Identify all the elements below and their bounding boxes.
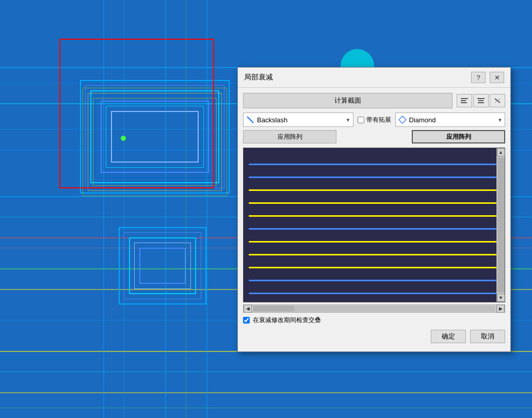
cancel-button[interactable]: 取消: [470, 330, 505, 343]
apply-left-group: 应用阵列: [243, 130, 336, 143]
chart-line-7: [249, 254, 505, 255]
apply-array-left-button[interactable]: 应用阵列: [243, 130, 336, 143]
chart-line-5: [249, 228, 505, 230]
chart-line-10: [249, 293, 505, 294]
scroll-left-arrow[interactable]: ◀: [244, 304, 252, 313]
align-center-icon: [476, 96, 486, 105]
ok-cancel-row: 确定 取消: [243, 330, 505, 346]
overlap-check-checkbox[interactable]: [243, 317, 250, 324]
diamond-label: Diamond: [409, 116, 498, 124]
align-left-icon-btn[interactable]: [457, 94, 472, 107]
align-right-icon: [493, 96, 502, 105]
align-center-icon-btn[interactable]: [473, 94, 489, 107]
bottom-checkbox-row: 在衰减修改期间检查交叠: [243, 316, 505, 325]
title-action-buttons: ? ✕: [471, 72, 504, 83]
scroll-up-arrow[interactable]: ▲: [497, 148, 505, 156]
chart-scrollbar-vertical[interactable]: ▲ ▼: [496, 148, 505, 302]
diamond-dropdown-icon: [398, 115, 407, 124]
dialog-title: 局部衰减: [244, 73, 273, 82]
toolbar-row: 计算截面: [243, 93, 505, 108]
chart-line-1: [249, 176, 505, 178]
svg-line-8: [247, 117, 253, 123]
scroll-track-h: [253, 306, 495, 312]
apply-array-right-button[interactable]: 应用阵列: [412, 130, 505, 143]
chart-scrollbar-horizontal[interactable]: ◀ ▶: [243, 304, 505, 313]
chart-line-3: [249, 202, 505, 204]
svg-rect-3: [477, 98, 485, 99]
has-extension-checkbox[interactable]: [358, 117, 364, 123]
diamond-dropdown[interactable]: Diamond ▼: [395, 112, 506, 127]
chart-line-6: [249, 241, 505, 243]
align-right-icon-btn[interactable]: [490, 94, 505, 107]
dialog-body: 计算截面: [238, 88, 510, 351]
backslash-dropdown[interactable]: Backslash ▼: [243, 112, 353, 127]
chart-line-9: [249, 280, 505, 281]
backslash-dropdown-arrow: ▼: [346, 117, 351, 123]
apply-right-group: 应用阵列: [412, 130, 505, 143]
help-button[interactable]: ?: [471, 72, 486, 83]
dialog: 局部衰减 ? ✕ 计算截面: [237, 67, 511, 352]
red-selection-box: [59, 39, 214, 188]
scroll-thumb-v[interactable]: [497, 157, 505, 293]
diamond-dropdown-arrow: ▼: [497, 117, 503, 123]
chart-line-8: [249, 267, 505, 268]
svg-rect-4: [478, 100, 483, 101]
svg-rect-2: [461, 102, 467, 103]
scroll-down-arrow[interactable]: ▼: [497, 294, 505, 302]
overlap-check-label: 在衰减修改期间检查交叠: [253, 316, 321, 325]
apply-array-row: 应用阵列 应用阵列: [243, 130, 505, 143]
chart-line-4: [249, 215, 505, 217]
dropdown-row: Backslash ▼ 带有拓展 Diamond ▼: [243, 112, 505, 127]
calc-section-button[interactable]: 计算截面: [243, 93, 453, 108]
backslash-dropdown-icon: [246, 115, 255, 124]
chart-area: ▲ ▼: [243, 148, 505, 302]
chart-line-0: [249, 164, 505, 165]
svg-rect-0: [461, 98, 468, 99]
icon-buttons-group: [457, 94, 505, 107]
chart-line-2: [249, 189, 505, 191]
svg-rect-1: [461, 100, 466, 101]
scroll-right-arrow[interactable]: ▶: [496, 304, 505, 313]
scroll-thumb-h[interactable]: [253, 306, 294, 312]
close-button[interactable]: ✕: [490, 72, 504, 83]
backslash-label: Backslash: [257, 116, 346, 124]
ok-button[interactable]: 确定: [431, 330, 466, 343]
dialog-title-bar: 局部衰减 ? ✕: [238, 68, 510, 88]
align-left-icon: [460, 96, 469, 105]
svg-rect-5: [478, 102, 484, 103]
has-extension-checkbox-label[interactable]: 带有拓展: [358, 116, 391, 124]
has-extension-label: 带有拓展: [366, 116, 391, 124]
svg-marker-9: [399, 116, 406, 123]
